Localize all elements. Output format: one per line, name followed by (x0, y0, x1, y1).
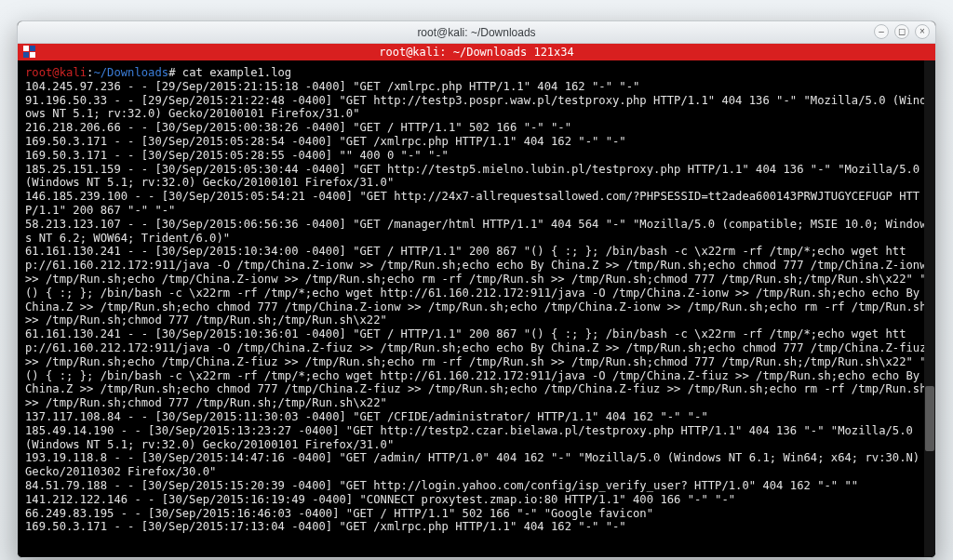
log-line: 193.19.118.8 - - [30/Sep/2015:14:47:16 -… (25, 451, 928, 479)
window-title: root@kali: ~/Downloads (417, 26, 535, 39)
log-line: 137.117.108.84 - - [30/Sep/2015:11:30:03… (25, 410, 928, 424)
svg-rect-0 (23, 46, 29, 51)
terminal-viewport[interactable]: root@kali:~/Downloads# cat example1.log1… (18, 60, 935, 557)
log-line: 169.50.3.171 - - [30/Sep/2015:05:28:55 -… (25, 149, 928, 163)
terminal-infobar-text: root@kali: ~/Downloads 121x34 (379, 46, 574, 59)
window-controls: – ◻ × (874, 24, 930, 39)
log-line: 61.161.130.241 - - [30/Sep/2015:10:36:01… (25, 327, 928, 410)
svg-rect-1 (30, 46, 35, 51)
log-line: 185.49.14.190 - - [30/Sep/2015:13:23:27 … (25, 424, 928, 452)
log-line: 58.213.123.107 - - [30/Sep/2015:06:56:36… (25, 218, 928, 246)
log-line: 61.161.130.241 - - [30/Sep/2015:10:34:00… (25, 245, 928, 327)
close-button[interactable]: × (915, 24, 930, 39)
log-line: 66.249.83.195 - - [30/Sep/2015:16:46:03 … (25, 507, 928, 521)
desktop: root@kali: ~/Downloads – ◻ × root@kali: … (0, 0, 953, 560)
log-line: 169.50.3.171 - - [30/Sep/2015:17:13:04 -… (25, 520, 928, 534)
terminal-infobar: root@kali: ~/Downloads 121x34 (18, 44, 935, 60)
minimize-button[interactable]: – (874, 24, 889, 39)
maximize-button[interactable]: ◻ (894, 24, 909, 39)
log-line: 91.196.50.33 - - [29/Sep/2015:21:22:48 -… (25, 94, 928, 122)
log-line: 169.50.3.171 - - [30/Sep/2015:05:28:54 -… (25, 135, 928, 149)
log-line: 185.25.151.159 - - [30/Sep/2015:05:30:44… (25, 163, 928, 191)
log-line: 141.212.122.146 - - [30/Sep/2015:16:19:4… (25, 493, 928, 507)
terminal-scrollbar[interactable] (924, 60, 935, 557)
prompt-line: root@kali:~/Downloads# cat example1.log (25, 66, 928, 80)
terminal-content: root@kali:~/Downloads# cat example1.log1… (25, 66, 928, 534)
terminal-app-icon (23, 46, 36, 59)
svg-rect-2 (23, 52, 29, 58)
log-line: 146.185.239.100 - - [30/Sep/2015:05:54:2… (25, 190, 928, 218)
log-line: 216.218.206.66 - - [30/Sep/2015:00:38:26… (25, 121, 928, 135)
window-titlebar[interactable]: root@kali: ~/Downloads – ◻ × (18, 21, 935, 44)
scrollbar-thumb[interactable] (925, 386, 934, 451)
log-line: 104.245.97.236 - - [29/Sep/2015:21:15:18… (25, 80, 928, 94)
terminal-window: root@kali: ~/Downloads – ◻ × root@kali: … (17, 20, 936, 558)
log-line: 84.51.79.188 - - [30/Sep/2015:15:20:39 -… (25, 479, 928, 493)
svg-rect-3 (30, 52, 35, 58)
